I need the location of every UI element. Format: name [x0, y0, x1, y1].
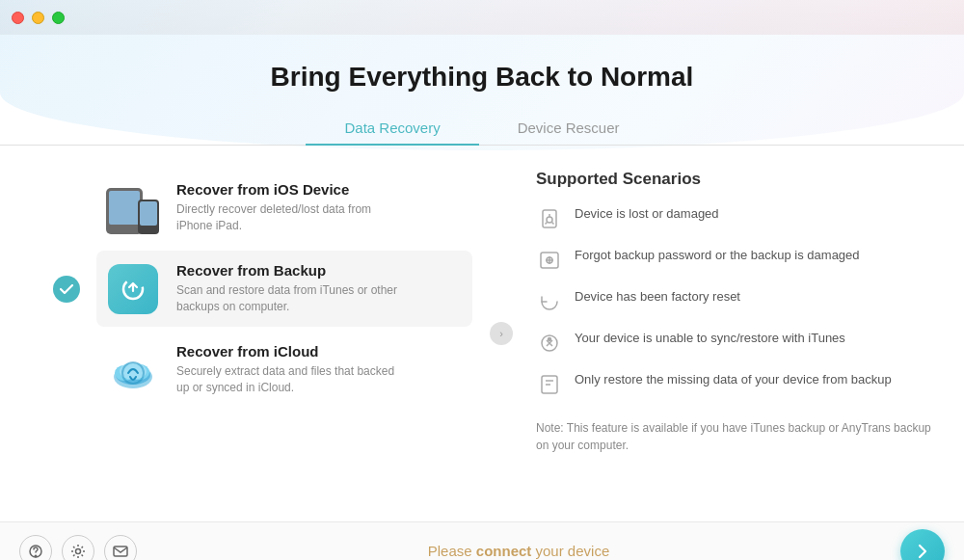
email-button[interactable]	[104, 535, 137, 561]
tabs-container: Data Recovery Device Rescuer	[0, 112, 964, 146]
help-button[interactable]	[19, 535, 52, 561]
scenario-sync: Your device is unable to sync/restore wi…	[536, 329, 935, 357]
svg-point-12	[549, 338, 551, 341]
footer: Please connect your device	[0, 521, 964, 560]
main-title: Bring Everything Back to Normal	[0, 62, 964, 93]
scenario-lost-text: Device is lost or damaged	[575, 204, 719, 224]
svg-point-15	[35, 555, 37, 557]
header-section: Bring Everything Back to Normal Data Rec…	[0, 35, 964, 146]
scenario-backup-damaged: Forgot backup password or the backup is …	[536, 246, 935, 274]
backup-item-text: Recover from Backup Scan and restore dat…	[176, 262, 408, 315]
scenario-sync-text: Your device is unable to sync/restore wi…	[575, 329, 845, 348]
connect-prompt: Please connect your device	[428, 543, 609, 559]
main-content: Bring Everything Back to Normal Data Rec…	[0, 35, 964, 521]
left-panel: Recover from iOS Device Directly recover…	[0, 160, 501, 507]
next-button[interactable]	[900, 529, 945, 561]
right-panel: Supported Scenarios Device is lost or da…	[502, 160, 964, 507]
backup-item-title: Recover from Backup	[176, 262, 408, 279]
scenario-restore-missing: Only restore the missing data of your de…	[536, 370, 935, 398]
factory-reset-icon	[536, 288, 563, 315]
ios-item-text: Recover from iOS Device Directly recover…	[176, 181, 408, 234]
maximize-button[interactable]	[52, 12, 65, 24]
scenario-backup-text: Forgot backup password or the backup is …	[575, 246, 860, 265]
scenario-factory-text: Device has been factory reset	[575, 287, 740, 307]
ios-item-title: Recover from iOS Device	[176, 181, 408, 198]
scenario-factory-reset: Device has been factory reset	[536, 287, 935, 315]
recover-icloud-item[interactable]: Recover from iCloud Securely extract dat…	[96, 332, 472, 408]
lost-device-icon	[536, 205, 563, 232]
tab-data-recovery[interactable]: Data Recovery	[306, 112, 478, 146]
recover-backup-item[interactable]: Recover from Backup Scan and restore dat…	[96, 251, 472, 327]
selected-checkmark	[53, 276, 80, 303]
tab-device-rescuer[interactable]: Device Rescuer	[479, 112, 658, 146]
restore-missing-icon	[536, 371, 563, 398]
scenario-restore-text: Only restore the missing data of your de…	[575, 370, 892, 389]
scenarios-title: Supported Scenarios	[536, 170, 935, 189]
recover-ios-item[interactable]: Recover from iOS Device Directly recover…	[96, 170, 472, 246]
backup-icon	[106, 262, 159, 315]
backup-damaged-icon	[536, 247, 563, 274]
svg-rect-7	[543, 210, 556, 227]
svg-point-16	[76, 548, 81, 553]
svg-rect-17	[114, 547, 127, 556]
note-text: Note: This feature is available if you h…	[536, 412, 935, 454]
icloud-icon	[106, 343, 159, 396]
minimize-button[interactable]	[32, 12, 44, 24]
ios-item-desc: Directly recover deleted/lost data from …	[176, 201, 408, 234]
icloud-item-title: Recover from iCloud	[176, 343, 408, 360]
close-button[interactable]	[12, 12, 24, 24]
settings-button[interactable]	[62, 535, 94, 561]
connect-text: connect	[476, 543, 532, 559]
scenario-lost: Device is lost or damaged	[536, 204, 935, 232]
icloud-item-text: Recover from iCloud Securely extract dat…	[176, 343, 408, 396]
svg-point-8	[547, 217, 552, 223]
content-area: Recover from iOS Device Directly recover…	[0, 146, 964, 521]
backup-item-desc: Scan and restore data from iTunes or oth…	[176, 282, 408, 315]
footer-left-icons	[19, 535, 137, 561]
ios-device-icon	[106, 181, 159, 234]
title-bar	[0, 0, 964, 35]
icloud-item-desc: Securely extract data and files that bac…	[176, 363, 408, 396]
sync-itunes-icon	[536, 330, 563, 357]
